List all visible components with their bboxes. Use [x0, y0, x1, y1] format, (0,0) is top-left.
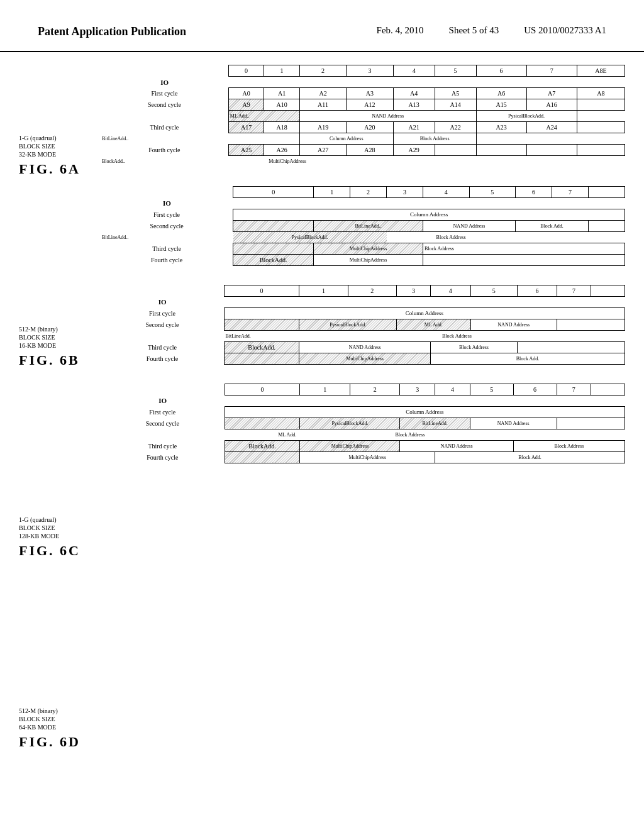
- table-row: Third cycle MultiChipAddress Block Addre…: [101, 243, 625, 254]
- header-right: Feb. 4, 2010 Sheet 5 of 43 US 2010/00273…: [377, 25, 606, 36]
- fig6b-name: FIG. 6B: [19, 352, 80, 368]
- table-row: First cycle A0 A1 A2 A3 A4 A5 A6 A7 A8: [101, 88, 625, 99]
- header-date: Feb. 4, 2010: [377, 25, 424, 36]
- publication-title: Patent Application Publication: [38, 25, 186, 38]
- main-content: 1-G (quadrual)BLOCK SIZE32-KB MODE FIG. …: [0, 52, 644, 819]
- table-row: BlockAdd.. MultiChipAddress: [101, 156, 625, 167]
- fig6a-name: FIG. 6A: [19, 161, 80, 177]
- fig6d-table: 0 1 2 3 4 5 6 7 IO: [101, 384, 625, 463]
- fig6a-label: 1-G (quadrual)BLOCK SIZE32-KB MODE FIG. …: [19, 134, 94, 177]
- fig6c-diagram: 0 1 2 3 4 5 6 7 IO: [101, 285, 625, 365]
- table-row: Third cycle A17 A18 A19 A20 A21 A22 A23 …: [101, 122, 625, 133]
- table-row: Second cycle PysicalBlockAdd. BitLineAdd…: [101, 418, 625, 429]
- fig6c-table: 0 1 2 3 4 5 6 7 IO: [101, 285, 625, 365]
- fig6b-desc: 512-M (binary)BLOCK SIZE16-KB MODE: [19, 325, 58, 350]
- fig6d-label: 512-M (binary)BLOCK SIZE64-KB MODE FIG. …: [19, 707, 94, 750]
- fig6a-diagram: 0 1 2 3 4 5 6 7 A8E IO: [101, 65, 625, 167]
- table-row: IO: [101, 296, 625, 307]
- page-header: Patent Application Publication Feb. 4, 2…: [0, 0, 644, 52]
- fig6d-diagram: 0 1 2 3 4 5 6 7 IO: [101, 384, 625, 463]
- table-row: ML Add. Block Address: [101, 429, 625, 440]
- table-row: Second cycle BitLineAdd.. NAND Address B…: [101, 220, 625, 231]
- table-row: IO: [101, 395, 625, 406]
- table-row: Fourth cycle MultiChipAddress Block Add.: [101, 353, 625, 364]
- fig6b-diagram: 0 1 2 3 4 5 6 7 IO: [101, 186, 625, 266]
- table-row: IO: [101, 77, 625, 88]
- fig6d-desc: 512-M (binary)BLOCK SIZE64-KB MODE: [19, 707, 58, 731]
- fig6b-label: 512-M (binary)BLOCK SIZE16-KB MODE FIG. …: [19, 325, 94, 368]
- fig6c-name: FIG. 6C: [19, 543, 80, 559]
- table-row: IO: [101, 197, 625, 209]
- fig6c-desc: 1-G (quadrual)BLOCK SIZE128-KB MODE: [19, 516, 59, 540]
- table-row: Third cycle BlockAdd. MultiChipAddress N…: [101, 440, 625, 451]
- table-row: ML Add.. NAND Address PysicalBlockAdd.: [101, 111, 625, 122]
- header-sheet: Sheet 5 of 43: [449, 25, 499, 36]
- table-row: Fourth cycle A25 A26 A27 A28 A29: [101, 145, 625, 156]
- fig6b-table: 0 1 2 3 4 5 6 7 IO: [101, 186, 625, 266]
- header-patent: US 2010/0027333 A1: [524, 25, 606, 36]
- diagrams-area: 0 1 2 3 4 5 6 7 A8E IO: [101, 65, 625, 807]
- table-row: BitLineAdd.. PysicalBlockAdd. Block Addr…: [101, 231, 625, 243]
- table-row: Third cycle BlockAdd. NAND Address Block…: [101, 341, 625, 353]
- fig6a-table: 0 1 2 3 4 5 6 7 A8E IO: [101, 65, 625, 167]
- table-row: Second cycle A9 A10 A11 A12 A13 A14 A15 …: [101, 99, 625, 111]
- table-row: First cycle Column Address: [101, 209, 625, 220]
- table-row: BitLineAdd.. Column Address Block Addres…: [101, 133, 625, 145]
- table-row: First cycle Column Address: [101, 307, 625, 319]
- figure-labels: 1-G (quadrual)BLOCK SIZE32-KB MODE FIG. …: [19, 65, 101, 807]
- table-row: BitLineAdd. Block Address: [101, 330, 625, 341]
- table-row: Fourth cycle BlockAdd. MultiChipAddress: [101, 254, 625, 265]
- fig6d-name: FIG. 6D: [19, 734, 80, 750]
- table-row: First cycle Column Address: [101, 406, 625, 418]
- fig6c-label: 1-G (quadrual)BLOCK SIZE128-KB MODE FIG.…: [19, 516, 94, 559]
- fig6a-desc: 1-G (quadrual)BLOCK SIZE32-KB MODE: [19, 134, 57, 158]
- table-row: Second cycle PysicalBlockAdd. ML Add. NA…: [101, 319, 625, 330]
- table-row: Fourth cycle MultiChipAddress Block Add.: [101, 451, 625, 463]
